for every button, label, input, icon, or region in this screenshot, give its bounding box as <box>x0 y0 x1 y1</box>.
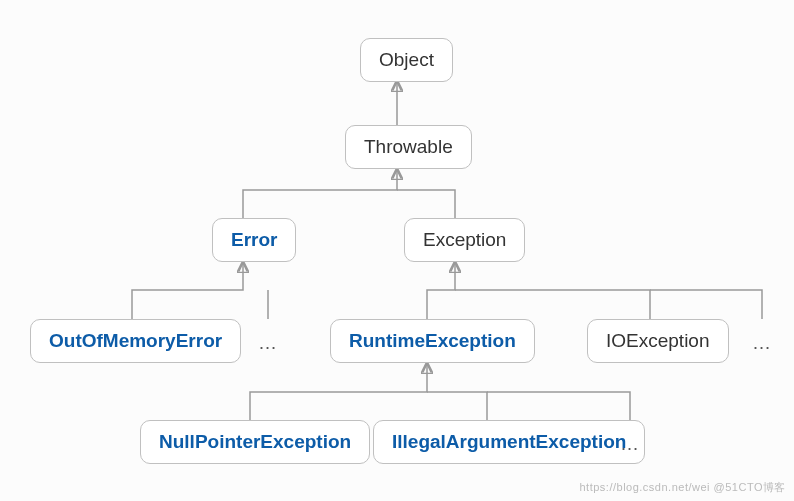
node-nullpointerexception: NullPointerException <box>140 420 370 464</box>
ellipsis-runtime-children: … <box>620 433 641 455</box>
node-outofmemoryerror: OutOfMemoryError <box>30 319 241 363</box>
node-error: Error <box>212 218 296 262</box>
ellipsis-error-children: … <box>258 332 279 354</box>
node-illegalargumentexception: IllegalArgumentException <box>373 420 645 464</box>
node-throwable: Throwable <box>345 125 472 169</box>
node-exception: Exception <box>404 218 525 262</box>
watermark: https://blog.csdn.net/wei @51CTO博客 <box>580 480 787 495</box>
node-ioexception: IOException <box>587 319 729 363</box>
node-object: Object <box>360 38 453 82</box>
ellipsis-exception-children: … <box>752 332 773 354</box>
node-runtimeexception: RuntimeException <box>330 319 535 363</box>
